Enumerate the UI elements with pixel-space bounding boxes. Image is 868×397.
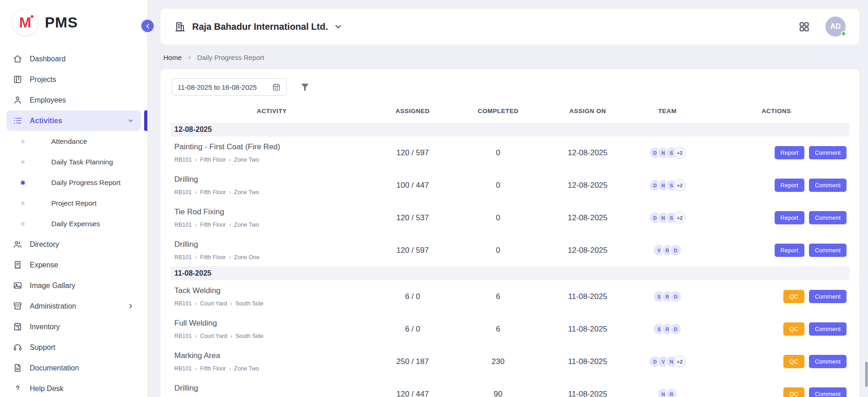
sidebar-item-directory[interactable]: Directory	[6, 234, 141, 255]
bullet-icon	[21, 160, 25, 164]
comment-button[interactable]: Comment	[809, 211, 846, 224]
sidebar-item-image-gallary[interactable]: Image Gallary	[6, 275, 141, 296]
comment-button[interactable]: Comment	[809, 355, 846, 368]
home-icon	[13, 54, 22, 64]
sidebar-subitem-label: Daily Expenses	[51, 220, 100, 228]
path-segment: Zone One	[234, 254, 260, 261]
report-button[interactable]: Report	[775, 179, 804, 192]
qc-button[interactable]: QC	[783, 290, 804, 303]
user-avatar[interactable]: AD	[825, 16, 846, 37]
breadcrumb-current: Daily Progress Report	[197, 54, 264, 61]
completed-value: 6	[452, 313, 544, 345]
sidebar-item-support[interactable]: Support	[6, 337, 141, 358]
activity-path: RB101›Fifth Floor›Zone Two	[174, 189, 373, 196]
path-separator-icon: ›	[229, 365, 231, 372]
sidebar-item-label: Expense	[30, 261, 58, 269]
team-avatar-extra: +2	[674, 179, 686, 191]
sidebar-item-label: Employees	[30, 96, 66, 104]
path-separator-icon: ›	[195, 222, 197, 228]
row-actions: ReportComment	[703, 146, 849, 159]
sidebar-subitem-daily-task-planning[interactable]: Daily Task Planning	[6, 152, 141, 172]
assign-on-value: 12-08-2025	[544, 201, 631, 234]
projects-icon	[13, 75, 22, 84]
row-actions: ReportComment	[703, 244, 849, 257]
sidebar-item-administration[interactable]: Administration	[6, 296, 141, 316]
path-separator-icon: ›	[195, 254, 197, 261]
team-avatars: VRD	[631, 244, 703, 256]
column-header-team: TEAM	[631, 103, 703, 123]
sidebar-item-projects[interactable]: Projects	[6, 69, 141, 90]
apps-grid-icon[interactable]	[798, 21, 810, 33]
avatar-initials: AD	[830, 22, 841, 31]
table-row: Marking Area RB101›Fifth Floor›Zone Two …	[171, 345, 849, 378]
path-separator-icon: ›	[195, 157, 197, 163]
path-segment: RB101	[174, 189, 192, 196]
comment-button[interactable]: Comment	[809, 322, 846, 336]
comment-button[interactable]: Comment	[809, 244, 846, 257]
team-avatar: D	[669, 290, 682, 303]
assigned-value: 120 / 447	[373, 378, 453, 397]
activity-path: RB101›Court Yard›South Side	[174, 300, 373, 307]
comment-button[interactable]: Comment	[809, 290, 846, 303]
path-segment: South Side	[236, 333, 264, 339]
directory-icon	[13, 239, 22, 249]
comment-button[interactable]: Comment	[809, 179, 846, 192]
sidebar-item-inventory[interactable]: Inventory	[6, 316, 141, 337]
sidebar-item-employees[interactable]: Employees	[6, 90, 141, 110]
company-name[interactable]: Raja Bahadur International Ltd.	[192, 22, 328, 32]
row-actions: QCComment	[703, 387, 849, 397]
qc-button[interactable]: QC	[783, 387, 804, 397]
path-separator-icon: ›	[229, 222, 231, 228]
chevron-down-icon[interactable]	[334, 22, 343, 31]
qc-button[interactable]: QC	[783, 355, 804, 368]
sidebar-subitem-attendance[interactable]: Attendance	[6, 131, 141, 152]
path-segment: Fifth Floor	[200, 365, 226, 372]
sidebar-item-dashboard[interactable]: Dashboard	[6, 49, 141, 69]
report-button[interactable]: Report	[775, 244, 804, 257]
scrollbar-thumb[interactable]	[865, 362, 868, 387]
bullet-icon	[21, 201, 25, 205]
activity-name: Drilling	[174, 175, 373, 184]
qc-button[interactable]: QC	[783, 322, 804, 336]
report-button[interactable]: Report	[775, 146, 804, 159]
sidebar-item-expense[interactable]: Expense	[6, 255, 141, 275]
sidebar-item-activities[interactable]: Activities	[6, 110, 141, 131]
team-avatars: DNS+2	[631, 147, 703, 159]
bullet-icon	[21, 140, 25, 143]
sidebar-item-documentation[interactable]: Documentation	[6, 358, 141, 378]
assign-on-value: 11-08-2025	[544, 280, 631, 313]
path-separator-icon: ›	[229, 254, 231, 261]
assigned-value: 250 / 187	[373, 345, 453, 378]
sidebar-item-help-desk[interactable]: Help Desk	[6, 378, 141, 397]
team-avatar-extra: +2	[674, 355, 686, 368]
sidebar-item-label: Documentation	[30, 364, 79, 372]
comment-button[interactable]: Comment	[809, 146, 846, 159]
activity-name: Painting - First Coat (Fire Red)	[174, 142, 373, 152]
online-status-dot	[841, 31, 846, 36]
row-actions: ReportComment	[703, 179, 849, 192]
comment-button[interactable]: Comment	[809, 387, 846, 397]
table-row: Full Welding RB101›Court Yard›South Side…	[171, 313, 849, 345]
completed-value: 90	[452, 378, 544, 397]
path-segment: Court Yard	[200, 333, 227, 339]
sidebar-subitem-daily-expenses[interactable]: Daily Expenses	[6, 213, 141, 234]
sidebar-item-label: Administration	[30, 302, 76, 310]
sidebar-collapse-button[interactable]	[140, 18, 155, 33]
team-avatar: D	[669, 323, 682, 335]
completed-value: 0	[452, 234, 544, 266]
sidebar-subitem-daily-progress-report[interactable]: Daily Progress Report	[6, 172, 141, 193]
chevron-right-icon	[127, 302, 135, 310]
path-separator-icon: ›	[229, 157, 231, 163]
team-avatars: DNS+2	[631, 212, 703, 224]
filter-icon[interactable]	[300, 82, 310, 92]
completed-value: 6	[452, 280, 544, 313]
date-range-input[interactable]: 11-08-2025 to 16-08-2025	[172, 78, 287, 96]
report-button[interactable]: Report	[775, 211, 804, 224]
breadcrumb-home[interactable]: Home	[163, 54, 182, 61]
date-group-header: 12-08-2025	[171, 123, 849, 136]
sidebar-subitem-project-report[interactable]: Project Report	[6, 193, 141, 213]
sidebar-subitem-label: Project Report	[51, 199, 97, 207]
table-row: Drilling RB101›Fifth Floor›Zone Two 120 …	[171, 378, 849, 397]
assign-on-value: 12-08-2025	[544, 234, 631, 266]
active-edge-bar	[144, 110, 147, 131]
